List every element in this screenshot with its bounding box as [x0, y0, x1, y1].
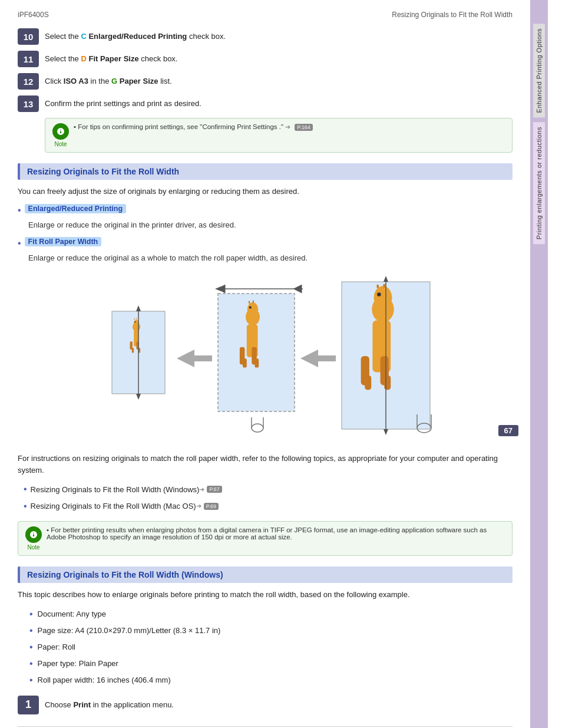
section2-desc: This topic describes how to enlarge orig… — [18, 589, 513, 601]
step-12-text: Click ISO A3 in the G Paper Size list. — [45, 73, 172, 87]
svg-rect-29 — [365, 375, 371, 390]
example-papertype: Paper type: Plain Paper — [29, 657, 513, 671]
svg-marker-11 — [177, 350, 212, 367]
sub-enlarged: Enlarge or reduce the original in the pr… — [28, 219, 513, 231]
link-macos: • Resizing Originals to Fit the Roll Wid… — [24, 500, 513, 513]
step-num-13: 13 — [18, 95, 39, 112]
example-document: Document: Any type — [29, 607, 513, 621]
section1-desc: You can freely adjust the size of origin… — [18, 186, 513, 198]
svg-rect-5 — [132, 348, 134, 353]
sidebar-top-label: Enhanced Printing Options — [533, 24, 545, 117]
example-pagesize: Page size: A4 (210.0×297.0 mm)/Letter (8… — [29, 624, 513, 638]
step-11: 11 Select the D Fit Paper Size check box… — [18, 51, 513, 67]
step-1-bottom: 1 Choose Print in the application menu. — [18, 696, 513, 714]
example-list: Document: Any type Page size: A4 (210.0×… — [29, 607, 513, 687]
svg-marker-39 — [136, 305, 141, 311]
step-num-10: 10 — [18, 28, 39, 45]
header-right: Resizing Originals to Fit the Roll Width — [392, 11, 513, 19]
step-10: 10 Select the C Enlarged/Reduced Printin… — [18, 28, 513, 45]
svg-marker-43 — [384, 429, 388, 435]
svg-point-20 — [249, 306, 252, 308]
svg-marker-23 — [300, 350, 336, 367]
step-10-text: Select the C Enlarged/Reduced Printing c… — [45, 28, 226, 42]
note-step13: Note • For tips on confirming print sett… — [45, 118, 513, 153]
step-12: 12 Click ISO A3 in the G Paper Size list… — [18, 73, 513, 90]
svg-rect-18 — [254, 358, 259, 367]
link-windows: • Resizing Originals to Fit the Roll Wid… — [24, 483, 513, 496]
note-section1-content: • For better printing results when enlar… — [47, 526, 505, 541]
bullet-fit-roll: • Fit Roll Paper Width — [18, 237, 513, 250]
section2-header: Resizing Originals to Fit the Roll Width… — [18, 566, 513, 583]
svg-marker-40 — [136, 394, 141, 400]
page-number: 67 — [498, 425, 518, 436]
svg-rect-30 — [384, 375, 391, 390]
note-icon — [52, 123, 69, 140]
sub-fit-roll: Enlarge or reduce the original as a whol… — [28, 252, 513, 264]
svg-marker-36 — [215, 286, 221, 291]
sidebar-bottom-label: Printing enlargements or reductions — [533, 122, 545, 244]
note-icon-2 — [25, 526, 42, 543]
step-num-11: 11 — [18, 51, 39, 67]
step-11-text: Select the D Fit Paper Size check box. — [45, 51, 177, 65]
sidebar: Enhanced Printing Options Printing enlar… — [530, 0, 548, 728]
note-section1: Note • For better printing results when … — [18, 521, 513, 556]
svg-point-31 — [374, 286, 392, 309]
step-13-text: Confirm the print settings and print as … — [45, 95, 201, 110]
step-num-12: 12 — [18, 73, 39, 90]
section1-header: Resizing Originals to Fit the Roll Width — [18, 163, 513, 180]
svg-point-32 — [377, 292, 381, 297]
diagram — [18, 276, 513, 441]
svg-point-8 — [134, 321, 135, 322]
svg-point-19 — [247, 302, 259, 317]
bullet-enlarged: • Enlarged/Reduced Printing — [18, 204, 513, 217]
svg-marker-37 — [297, 286, 303, 291]
svg-rect-17 — [243, 358, 247, 367]
instruction-text: For instructions on resizing originals t… — [18, 453, 513, 477]
step-num-1: 1 — [18, 696, 39, 714]
example-rollwidth: Roll paper width: 16 inches (406.4 mm) — [29, 673, 513, 687]
step-1-text: Choose Print in the application menu. — [45, 700, 174, 709]
header-left: iPF6400S — [18, 11, 49, 19]
svg-marker-42 — [384, 276, 388, 282]
page-header: iPF6400S Resizing Originals to Fit the R… — [18, 11, 513, 19]
step-13: 13 Confirm the print settings and print … — [18, 95, 513, 112]
svg-point-44 — [252, 424, 263, 432]
note-step13-content: • For tips on confirming print settings,… — [74, 123, 313, 131]
example-paper: Paper: Roll — [29, 640, 513, 654]
